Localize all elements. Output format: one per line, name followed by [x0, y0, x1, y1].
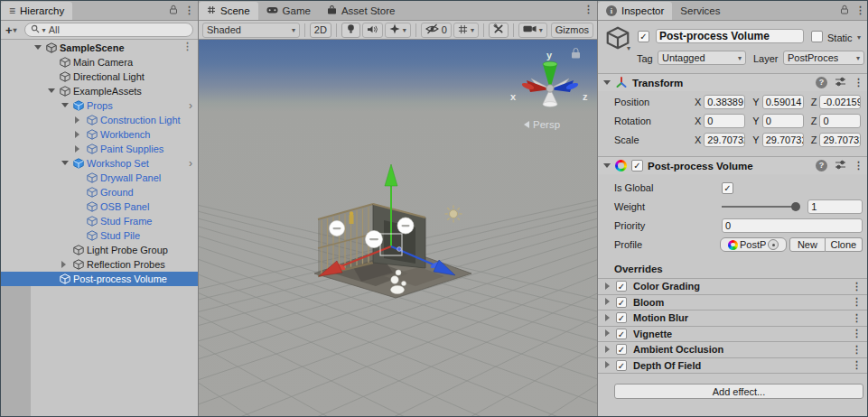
- object-picker-icon[interactable]: [768, 239, 779, 250]
- component-enabled-checkbox[interactable]: ✓: [631, 160, 643, 171]
- weight-slider-knob[interactable]: [791, 202, 800, 211]
- gizmos-dropdown[interactable]: Gizmos: [551, 23, 593, 38]
- override-kebab-icon[interactable]: ⋮: [852, 329, 862, 338]
- scene-lighting-button[interactable]: [341, 23, 360, 38]
- panel-kebab-icon[interactable]: ⋮: [583, 5, 593, 14]
- rotation-z-field[interactable]: 0: [819, 114, 861, 128]
- foldout-arrow[interactable]: [605, 346, 610, 353]
- layer-dropdown[interactable]: PostProces ▾: [783, 51, 864, 65]
- profile-object-field[interactable]: PostP: [720, 237, 787, 252]
- hierarchy-search-input[interactable]: ▾ All: [24, 23, 193, 37]
- foldout-open-icon[interactable]: [603, 80, 611, 85]
- hierarchy-item-osb-panel[interactable]: OSB Panel: [1, 199, 198, 214]
- transform-component-header[interactable]: Transform ? ⋮: [598, 73, 868, 91]
- hierarchy-item-props[interactable]: Props›: [1, 98, 198, 113]
- foldout-arrow[interactable]: [605, 314, 610, 321]
- gameobject-active-checkbox[interactable]: ✓: [638, 31, 649, 42]
- tag-dropdown[interactable]: Untagged ▾: [658, 51, 746, 65]
- panel-kebab-icon[interactable]: ⋮: [855, 5, 865, 15]
- grid-visibility-button[interactable]: ▾: [453, 23, 479, 38]
- override-row-color-grading[interactable]: ✓Color Grading⋮: [598, 278, 868, 294]
- tab-hierarchy[interactable]: ≡ Hierarchy: [1, 2, 72, 20]
- item-kebab-icon[interactable]: ⋮: [182, 42, 192, 51]
- foldout-arrow[interactable]: [605, 283, 610, 290]
- tab-game[interactable]: Game: [258, 2, 319, 20]
- tab-scene[interactable]: Scene: [199, 2, 258, 20]
- lock-icon[interactable]: [169, 5, 178, 16]
- foldout-arrow[interactable]: [605, 329, 610, 337]
- gameobject-icon-chevron[interactable]: ▾: [627, 44, 630, 52]
- override-enabled-checkbox[interactable]: ✓: [616, 312, 627, 323]
- override-kebab-icon[interactable]: ⋮: [852, 360, 862, 370]
- foldout-arrow[interactable]: [605, 298, 610, 305]
- grid-dropdown-icon[interactable]: ▾: [471, 26, 474, 34]
- override-row-vignette[interactable]: ✓Vignette⋮: [598, 326, 868, 342]
- rotation-x-field[interactable]: 0: [704, 114, 745, 128]
- hierarchy-item-directional-light[interactable]: Directional Light: [1, 70, 198, 84]
- hierarchy-item-stud-frame[interactable]: Stud Frame: [1, 214, 198, 228]
- ppv-component-header[interactable]: ✓ Post-process Volume ? ⋮: [598, 156, 868, 174]
- hierarchy-item-post-process-volume[interactable]: Post-process Volume: [1, 272, 198, 286]
- hierarchy-item-samplescene[interactable]: SampleScene⋮: [1, 41, 198, 55]
- scale-z-field[interactable]: 29.70732: [819, 133, 861, 147]
- lock-icon[interactable]: [840, 5, 849, 16]
- is-global-checkbox[interactable]: ✓: [722, 182, 733, 194]
- panel-kebab-icon[interactable]: ⋮: [184, 5, 194, 15]
- scene-audio-button[interactable]: [362, 23, 383, 38]
- projection-mode-button[interactable]: Persp: [524, 119, 560, 130]
- hierarchy-item-light-probe-group[interactable]: Light Probe Group: [1, 243, 198, 257]
- hierarchy-item-drywall-panel[interactable]: Drywall Panel: [1, 171, 198, 185]
- override-row-motion-blur[interactable]: ✓Motion Blur⋮: [598, 310, 868, 326]
- override-row-ambient-occlusion[interactable]: ✓Ambient Occlusion⋮: [598, 341, 868, 357]
- scale-x-field[interactable]: 29.70732: [704, 133, 745, 147]
- gameobject-name-field[interactable]: Post-process Volume: [656, 29, 804, 43]
- position-y-field[interactable]: 0.59014: [762, 95, 804, 109]
- help-icon[interactable]: ?: [816, 77, 827, 88]
- override-enabled-checkbox[interactable]: ✓: [616, 297, 627, 308]
- override-row-bloom[interactable]: ✓Bloom⋮: [598, 294, 868, 310]
- rotation-y-field[interactable]: 0: [762, 114, 804, 128]
- foldout-arrow[interactable]: [61, 103, 69, 107]
- foldout-arrow[interactable]: [48, 88, 55, 93]
- add-effect-button[interactable]: Add effect...: [614, 384, 863, 399]
- presets-icon[interactable]: [835, 76, 846, 89]
- override-kebab-icon[interactable]: ⋮: [852, 345, 862, 355]
- weight-value-field[interactable]: 1: [807, 199, 863, 214]
- foldout-arrow[interactable]: [605, 361, 610, 368]
- position-z-field[interactable]: -0.02159: [819, 95, 861, 109]
- override-enabled-checkbox[interactable]: ✓: [616, 360, 627, 371]
- weight-slider[interactable]: [722, 199, 801, 214]
- create-object-button[interactable]: +▾: [5, 23, 17, 37]
- scene-visibility-button[interactable]: 0: [421, 23, 452, 38]
- foldout-arrow[interactable]: [61, 261, 66, 268]
- static-dropdown-icon[interactable]: ▾: [857, 33, 861, 42]
- help-icon[interactable]: ?: [816, 160, 827, 171]
- profile-new-button[interactable]: New: [789, 237, 825, 252]
- scene-camera-button[interactable]: ▾: [518, 23, 547, 38]
- override-enabled-checkbox[interactable]: ✓: [616, 281, 627, 292]
- hierarchy-item-reflection-probes[interactable]: Reflection Probes: [1, 257, 198, 272]
- prefab-open-chevron-icon[interactable]: ›: [189, 157, 192, 170]
- scale-y-field[interactable]: 29.70732: [762, 133, 804, 147]
- component-kebab-icon[interactable]: ⋮: [854, 161, 863, 171]
- component-kebab-icon[interactable]: ⋮: [854, 78, 863, 88]
- tab-asset-store[interactable]: Asset Store: [319, 2, 403, 20]
- hierarchy-item-construction-light[interactable]: Construction Light: [1, 113, 198, 127]
- component-tools-button[interactable]: [489, 23, 509, 38]
- scene-effects-button[interactable]: ▾: [385, 23, 411, 38]
- toggle-2d-button[interactable]: 2D: [310, 23, 331, 38]
- override-enabled-checkbox[interactable]: ✓: [616, 344, 627, 355]
- override-kebab-icon[interactable]: ⋮: [852, 313, 862, 323]
- hierarchy-item-main-camera[interactable]: Main Camera: [1, 55, 198, 70]
- position-x-field[interactable]: 0.38389: [704, 95, 745, 109]
- hierarchy-item-exampleassets[interactable]: ExampleAssets: [1, 84, 198, 98]
- override-kebab-icon[interactable]: ⋮: [852, 282, 862, 292]
- orientation-gizmo[interactable]: y x z: [510, 48, 588, 107]
- foldout-arrow[interactable]: [75, 116, 79, 124]
- hierarchy-item-workbench[interactable]: Workbench: [1, 127, 198, 142]
- foldout-open-icon[interactable]: [603, 163, 611, 168]
- static-checkbox[interactable]: [811, 31, 823, 42]
- hierarchy-item-workshop-set[interactable]: Workshop Set›: [1, 156, 198, 171]
- tab-services[interactable]: Services: [672, 2, 728, 20]
- tab-inspector[interactable]: i Inspector: [598, 2, 672, 20]
